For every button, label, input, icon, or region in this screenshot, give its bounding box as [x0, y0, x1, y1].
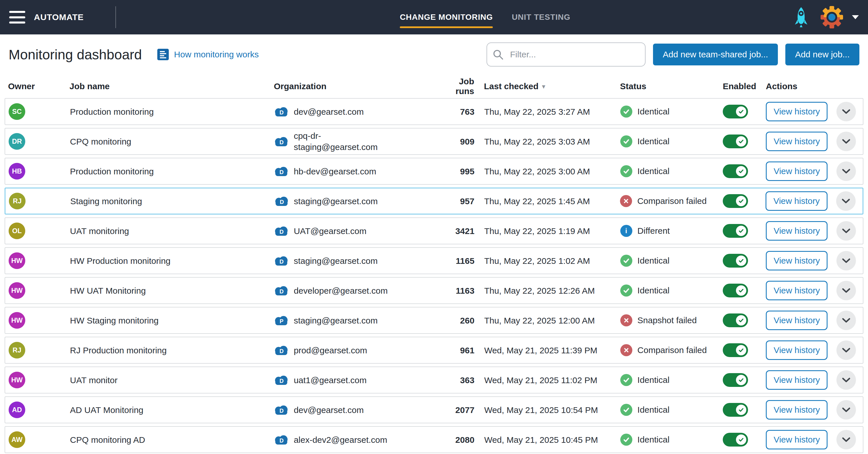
enabled-toggle[interactable]	[723, 343, 748, 357]
owner-initials: AD	[12, 406, 22, 414]
chevron-down-icon	[842, 347, 850, 353]
expand-row-button[interactable]	[836, 340, 856, 360]
column-header-job-name: Job name	[69, 82, 274, 91]
view-history-button[interactable]: View history	[766, 370, 828, 390]
toggle-knob-check-icon	[736, 315, 746, 326]
help-link-label: How monitoring works	[174, 50, 259, 59]
job-runs-count: 995	[460, 167, 474, 176]
enabled-toggle[interactable]	[723, 284, 748, 297]
status-label: Identical	[638, 256, 670, 266]
tab-change-monitoring[interactable]: CHANGE MONITORING	[400, 12, 493, 22]
org-cloud-icon: D	[274, 196, 289, 206]
view-history-button[interactable]: View history	[766, 161, 828, 181]
user-menu-caret-icon[interactable]	[852, 15, 859, 19]
owner-avatar: RJ	[9, 342, 25, 358]
expand-row-button[interactable]	[836, 132, 856, 151]
status-icon	[620, 314, 632, 326]
job-runs-count: 961	[460, 346, 474, 355]
job-runs-count: 2080	[455, 435, 474, 445]
expand-row-button[interactable]	[836, 191, 856, 211]
hamburger-menu-icon[interactable]	[9, 11, 25, 24]
toggle-knob-check-icon	[736, 256, 746, 266]
expand-row-button[interactable]	[836, 161, 856, 181]
expand-row-button[interactable]	[836, 281, 856, 300]
tab-unit-testing[interactable]: UNIT TESTING	[512, 12, 570, 22]
job-name: Production monitoring	[70, 167, 154, 176]
status-icon	[620, 285, 632, 297]
owner-initials: HB	[12, 167, 22, 175]
toggle-knob-check-icon	[736, 136, 746, 147]
how-monitoring-works-link[interactable]: How monitoring works	[157, 49, 259, 60]
job-name: UAT monitor	[70, 376, 118, 385]
enabled-toggle[interactable]	[723, 403, 748, 417]
gearset-logo-gear-icon[interactable]	[820, 6, 843, 29]
job-runs-count: 363	[460, 376, 474, 385]
status-label: Identical	[638, 435, 670, 445]
org-cloud-icon: D	[274, 255, 288, 266]
table-row: HW HW Staging monitoring P staging@gears…	[5, 307, 863, 334]
status-label: Identical	[638, 166, 670, 176]
table-row: HW HW UAT Monitoring D developer@gearset…	[5, 277, 863, 304]
status-label: Comparison failed	[638, 345, 707, 355]
expand-row-button[interactable]	[836, 311, 856, 330]
sort-descending-icon: ▼	[541, 84, 547, 90]
chevron-down-icon	[842, 228, 850, 234]
job-runs-count: 957	[460, 196, 474, 206]
column-header-last-checked[interactable]: Last checked▼	[484, 82, 620, 91]
enabled-toggle[interactable]	[723, 224, 748, 238]
status-label: Comparison failed	[637, 196, 707, 206]
add-new-job-button[interactable]: Add new job...	[785, 43, 859, 65]
svg-text:D: D	[280, 139, 284, 145]
expand-row-button[interactable]	[836, 430, 856, 449]
toggle-knob-check-icon	[736, 166, 746, 176]
org-email: dev@gearset.com	[293, 106, 364, 117]
status-icon	[620, 344, 632, 356]
view-history-button[interactable]: View history	[766, 281, 828, 300]
expand-row-button[interactable]	[836, 221, 856, 240]
svg-text:D: D	[280, 199, 284, 205]
enabled-toggle[interactable]	[723, 134, 748, 148]
filter-input[interactable]	[487, 42, 646, 67]
status-label: Snapshot failed	[638, 316, 697, 325]
expand-row-button[interactable]	[836, 370, 856, 390]
add-team-shared-job-button[interactable]: Add new team-shared job...	[653, 43, 778, 65]
enabled-toggle[interactable]	[723, 194, 748, 208]
org-email: cpq-dr-staging@gearset.com	[293, 130, 394, 153]
expand-row-button[interactable]	[836, 400, 856, 420]
book-icon	[157, 49, 169, 60]
expand-row-button[interactable]	[836, 251, 856, 270]
status-label: Identical	[638, 136, 670, 146]
enabled-toggle[interactable]	[723, 433, 748, 447]
view-history-button[interactable]: View history	[766, 430, 828, 449]
rocket-icon[interactable]	[794, 7, 808, 28]
owner-avatar: SC	[9, 103, 25, 120]
last-checked-timestamp: Wed, May 21, 2025 10:54 PM	[484, 405, 598, 415]
view-history-button[interactable]: View history	[766, 400, 828, 420]
last-checked-timestamp: Wed, May 21, 2025 11:39 PM	[484, 346, 597, 355]
view-history-button[interactable]: View history	[766, 311, 828, 330]
enabled-toggle[interactable]	[723, 254, 748, 267]
svg-text:D: D	[280, 169, 284, 175]
job-name: Production monitoring	[70, 107, 154, 117]
org-cloud-icon: D	[274, 225, 288, 236]
job-name: UAT monitoring	[70, 226, 129, 236]
view-history-button[interactable]: View history	[766, 340, 828, 360]
enabled-toggle[interactable]	[723, 105, 748, 119]
table-row: AW CPQ monitoring AD D alex-dev2@gearset…	[5, 426, 863, 453]
org-email: alex-dev2@gearset.com	[293, 434, 387, 445]
owner-initials: OL	[12, 227, 22, 235]
enabled-toggle[interactable]	[723, 164, 748, 178]
enabled-toggle[interactable]	[723, 373, 748, 387]
table-header: Owner Job name Organization Job runs Las…	[0, 74, 868, 98]
status-icon	[620, 105, 632, 118]
job-name: AD UAT Monitoring	[70, 405, 144, 415]
owner-avatar: HW	[9, 282, 25, 299]
table-row: AD AD UAT Monitoring D dev@gearset.com 2…	[5, 396, 863, 423]
expand-row-button[interactable]	[836, 102, 856, 121]
view-history-button[interactable]: View history	[766, 191, 827, 211]
enabled-toggle[interactable]	[723, 314, 748, 327]
view-history-button[interactable]: View history	[766, 102, 828, 121]
view-history-button[interactable]: View history	[766, 132, 828, 151]
view-history-button[interactable]: View history	[766, 251, 828, 270]
view-history-button[interactable]: View history	[766, 221, 828, 240]
